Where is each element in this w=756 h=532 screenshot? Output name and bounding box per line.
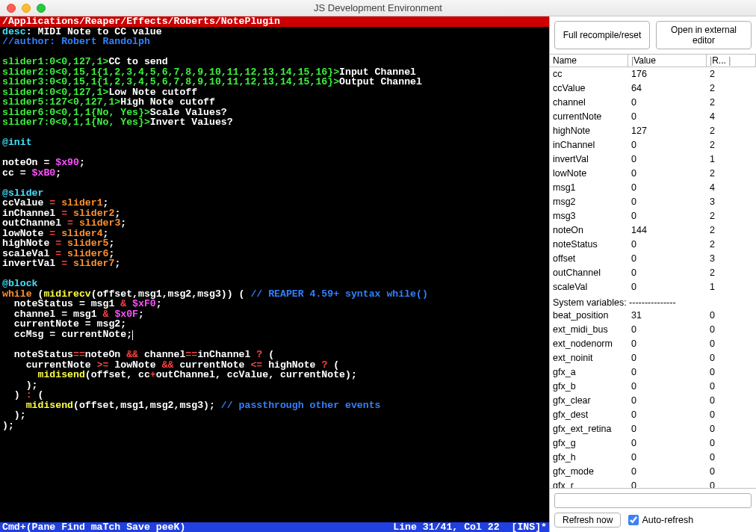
table-row[interactable]: beat_position310 xyxy=(550,309,756,323)
var-name: msg3 xyxy=(553,210,631,223)
var-value: 0 xyxy=(631,366,710,379)
table-row[interactable]: noteOn1442 xyxy=(550,223,756,238)
table-row[interactable]: noteStatus02 xyxy=(550,238,756,252)
status-left: Cmd+(Pane Find maTch Save peeK) xyxy=(2,522,185,533)
table-row[interactable]: ext_nodenorm00 xyxy=(550,337,756,351)
variable-inspector: Full recompile/reset Open in external ed… xyxy=(549,16,756,532)
table-row[interactable]: gfx_r00 xyxy=(550,479,756,488)
table-row[interactable]: gfx_g00 xyxy=(550,436,756,451)
var-name: highNote xyxy=(553,125,631,137)
var-value: 0 xyxy=(631,139,710,152)
var-refcount: 0 xyxy=(710,380,753,393)
code-editor[interactable]: /Applications/Reaper/Effects/Roberts/Not… xyxy=(0,16,549,532)
autorefresh-checkbox[interactable] xyxy=(628,515,639,525)
hdr-value[interactable]: |Value xyxy=(628,55,707,66)
refresh-button[interactable]: Refresh now xyxy=(554,513,621,528)
table-row[interactable]: ext_noinit00 xyxy=(550,351,756,365)
var-refcount: 0 xyxy=(710,480,753,488)
table-row[interactable]: outChannel02 xyxy=(550,266,756,280)
table-row[interactable]: gfx_a00 xyxy=(550,365,756,380)
var-value: 0 xyxy=(631,352,710,365)
var-name: noteOn xyxy=(553,224,631,237)
var-name: ext_nodenorm xyxy=(553,338,631,350)
var-value: 0 xyxy=(631,451,710,464)
table-row[interactable]: msg203 xyxy=(550,195,756,209)
var-value: 0 xyxy=(631,210,710,223)
table-row[interactable]: lowNote02 xyxy=(550,167,756,181)
var-refcount: 2 xyxy=(710,238,753,251)
var-list[interactable]: cc1762ccValue642channel02currentNote04hi… xyxy=(550,67,756,488)
var-refcount: 4 xyxy=(710,111,753,123)
hdr-r[interactable]: |R... | xyxy=(707,55,756,66)
table-row[interactable]: gfx_clear00 xyxy=(550,394,756,408)
var-name: msg1 xyxy=(553,182,631,194)
table-row[interactable]: currentNote04 xyxy=(550,110,756,124)
var-name: scaleVal xyxy=(553,281,631,294)
var-value: 176 xyxy=(631,68,710,81)
var-refcount: 0 xyxy=(710,338,753,350)
var-value: 0 xyxy=(631,395,710,407)
table-row[interactable]: cc1762 xyxy=(550,67,756,81)
table-row[interactable]: msg104 xyxy=(550,181,756,195)
table-row[interactable]: gfx_dest00 xyxy=(550,408,756,422)
var-refcount: 1 xyxy=(710,281,753,294)
var-name: ccValue xyxy=(553,82,631,95)
search-input[interactable] xyxy=(554,493,752,508)
table-row[interactable]: inChannel02 xyxy=(550,138,756,152)
var-value: 0 xyxy=(631,167,710,180)
var-name: channel xyxy=(553,96,631,109)
var-refcount: 2 xyxy=(710,139,753,152)
var-value: 0 xyxy=(631,338,710,350)
var-value: 0 xyxy=(631,111,710,123)
editor-body[interactable]: desc: MIDI Note to CC value //author: Ro… xyxy=(0,27,549,522)
var-value: 0 xyxy=(631,466,710,478)
var-refcount: 0 xyxy=(710,466,753,478)
var-value: 0 xyxy=(631,182,710,194)
table-row[interactable]: channel02 xyxy=(550,96,756,110)
table-row[interactable]: highNote1272 xyxy=(550,124,756,138)
var-refcount: 0 xyxy=(710,409,753,421)
var-name: gfx_b xyxy=(553,380,631,393)
table-row[interactable]: ext_midi_bus00 xyxy=(550,323,756,337)
var-name: currentNote xyxy=(553,111,631,123)
var-refcount: 2 xyxy=(710,167,753,180)
var-value: 0 xyxy=(631,196,710,208)
var-refcount: 3 xyxy=(710,196,753,208)
recompile-button[interactable]: Full recompile/reset xyxy=(554,21,650,49)
var-refcount: 0 xyxy=(710,395,753,407)
table-row[interactable]: gfx_h00 xyxy=(550,451,756,465)
table-row[interactable]: scaleVal01 xyxy=(550,280,756,294)
table-row[interactable]: gfx_ext_retina00 xyxy=(550,422,756,436)
table-row[interactable]: gfx_b00 xyxy=(550,380,756,394)
table-row[interactable]: offset03 xyxy=(550,252,756,266)
var-value: 0 xyxy=(631,238,710,251)
var-value: 0 xyxy=(631,437,710,450)
var-table-header[interactable]: Name |Value |R... | xyxy=(550,54,756,67)
hdr-name[interactable]: Name xyxy=(550,55,628,66)
var-refcount: 4 xyxy=(710,182,753,194)
var-name: offset xyxy=(553,253,631,265)
var-name: lowNote xyxy=(553,167,631,180)
open-external-button[interactable]: Open in external editor xyxy=(656,21,752,49)
var-name: gfx_g xyxy=(553,437,631,450)
var-refcount: 0 xyxy=(710,352,753,365)
var-refcount: 0 xyxy=(710,366,753,379)
table-row[interactable]: invertVal01 xyxy=(550,152,756,167)
var-value: 0 xyxy=(631,480,710,488)
var-value: 0 xyxy=(631,267,710,279)
var-name: cc xyxy=(553,68,631,81)
table-row[interactable]: msg302 xyxy=(550,209,756,223)
var-refcount: 0 xyxy=(710,451,753,464)
table-row[interactable]: ccValue642 xyxy=(550,81,756,96)
var-name: gfx_clear xyxy=(553,395,631,407)
var-name: ext_midi_bus xyxy=(553,324,631,336)
table-row[interactable]: gfx_mode00 xyxy=(550,465,756,479)
var-name: inChannel xyxy=(553,139,631,152)
var-name: gfx_r xyxy=(553,480,631,488)
var-name: outChannel xyxy=(553,267,631,279)
autorefresh-toggle[interactable]: Auto-refresh xyxy=(628,515,693,525)
var-value: 0 xyxy=(631,423,710,436)
var-name: invertVal xyxy=(553,153,631,166)
var-name: beat_position xyxy=(553,309,631,322)
var-value: 0 xyxy=(631,253,710,265)
